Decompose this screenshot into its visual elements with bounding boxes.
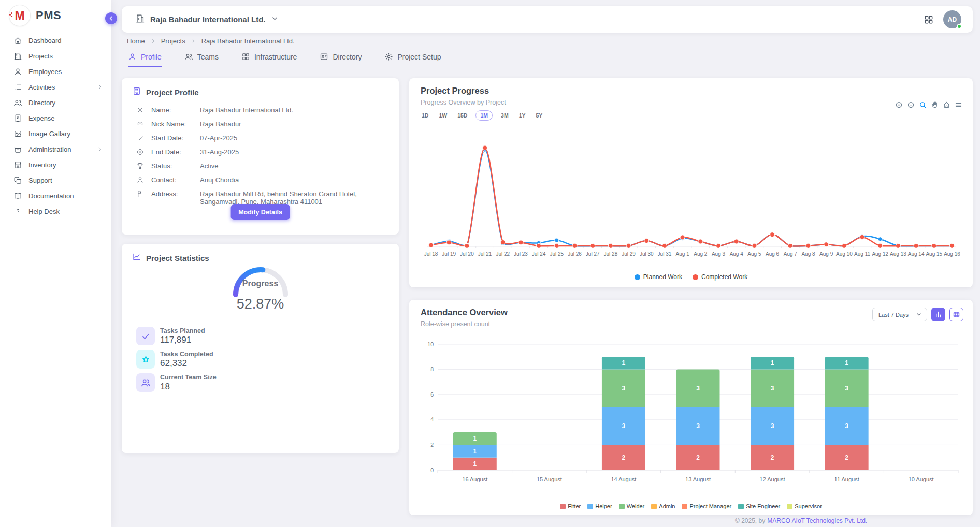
legend-planned-work[interactable]: Planned Work: [635, 273, 682, 281]
zoom-in-icon[interactable]: [895, 101, 903, 109]
field-label: Name:: [151, 106, 193, 114]
project-profile-card: Project Profile Name:Raja Bahadur Intern…: [122, 78, 399, 235]
zoom-out-icon: [907, 101, 915, 109]
svg-text:Jul 24: Jul 24: [532, 251, 546, 257]
bar-chart-icon-button[interactable]: [931, 308, 945, 321]
selection-zoom-icon[interactable]: [919, 101, 927, 109]
sidebar-item-directory[interactable]: Directory: [0, 95, 111, 110]
apps-grid-icon[interactable]: [924, 14, 934, 25]
legend-fitter[interactable]: Fitter: [560, 503, 581, 509]
sidebar-item-inventory[interactable]: Inventory: [0, 157, 111, 172]
field-value: Raja Bahadur International Ltd.: [193, 106, 364, 114]
stat-label: Current Team Size: [160, 374, 217, 381]
company-selector[interactable]: Raja Bahadur International Ltd.: [135, 13, 279, 25]
sidebar-item-dashboard[interactable]: Dashboard: [0, 33, 111, 48]
range-button-1d[interactable]: 1D: [420, 111, 430, 120]
range-button-3m[interactable]: 3M: [499, 111, 511, 120]
legend-admin[interactable]: Admin: [651, 503, 675, 509]
line-chart-legend: Planned WorkCompleted Work: [409, 273, 973, 281]
building-icon: [13, 52, 22, 61]
table-icon-button[interactable]: [949, 308, 963, 321]
sidebar-item-projects[interactable]: Projects: [0, 48, 111, 64]
tab-profile[interactable]: Profile: [128, 52, 162, 67]
svg-text:1: 1: [473, 448, 477, 455]
list-icon: [13, 83, 22, 92]
legend-project-manager[interactable]: Project Manager: [682, 503, 731, 509]
breadcrumb-item-projects[interactable]: Projects: [161, 37, 185, 45]
svg-text:3: 3: [696, 422, 700, 430]
sidebar-item-help-desk[interactable]: Help Desk: [0, 203, 111, 219]
field-label: Contact:: [151, 176, 193, 184]
legend-welder[interactable]: Welder: [619, 503, 645, 509]
range-button-15d[interactable]: 15D: [455, 111, 469, 120]
modify-details-button[interactable]: Modify Details: [230, 204, 290, 220]
tab-project-setup[interactable]: Project Setup: [384, 52, 441, 67]
svg-text:3: 3: [696, 385, 700, 392]
company-name: Raja Bahadur International Ltd.: [150, 15, 266, 24]
sidebar-collapse-button[interactable]: [105, 12, 117, 24]
profile-field-start-date-: Start Date:07-Apr-2025: [122, 131, 399, 145]
svg-text:3: 3: [845, 385, 848, 392]
svg-text:0: 0: [430, 467, 434, 473]
menu-icon[interactable]: [955, 101, 962, 109]
svg-text:8: 8: [430, 366, 434, 372]
attendance-controls: Last 7 Days: [872, 308, 963, 321]
legend-helper[interactable]: Helper: [587, 503, 612, 509]
app-logo[interactable]: M PMS: [0, 0, 111, 26]
field-value: Raja Bahadur Mill Rd, behind Sheraton Gr…: [193, 190, 364, 206]
stat-item-tasks-planned: Tasks Planned117,891: [136, 327, 217, 345]
sidebar-nav: DashboardProjectsEmployeesActivitiesDire…: [0, 33, 111, 219]
sidebar-item-image-gallary[interactable]: Image Gallary: [0, 126, 111, 141]
store-icon: [13, 160, 22, 169]
svg-text:Aug 11: Aug 11: [854, 251, 870, 257]
sidebar-item-label: Employees: [28, 68, 62, 76]
sidebar-item-label: Inventory: [28, 161, 56, 169]
tab-teams[interactable]: Teams: [184, 52, 219, 67]
range-button-5y[interactable]: 5Y: [534, 111, 544, 120]
sidebar-item-support[interactable]: Support: [0, 172, 111, 188]
sidebar-item-expense[interactable]: Expense: [0, 110, 111, 126]
zoom-out-icon[interactable]: [907, 101, 915, 109]
tab-infrastructure[interactable]: Infrastructure: [241, 52, 297, 67]
field-value: 31-Aug-2025: [193, 148, 364, 156]
chevron-right-icon: [97, 84, 103, 90]
attendance-range-select[interactable]: Last 7 Days: [872, 308, 927, 321]
attendance-card-subtitle: Role-wise present count: [421, 320, 490, 328]
main-area: Raja Bahadur International Ltd. AD HomeP…: [111, 0, 980, 527]
series-planned-work: [429, 148, 954, 248]
legend-swatch: [560, 504, 566, 509]
field-value: Anuj Chordia: [193, 176, 364, 184]
svg-text:2: 2: [696, 454, 700, 461]
svg-text:Jul 18: Jul 18: [424, 251, 438, 257]
breadcrumb-item-home[interactable]: Home: [127, 37, 145, 45]
image-icon: [13, 129, 22, 138]
range-button-1m[interactable]: 1M: [475, 110, 493, 121]
sidebar-item-employees[interactable]: Employees: [0, 64, 111, 79]
avatar[interactable]: AD: [943, 10, 961, 28]
pan-icon: [931, 101, 939, 109]
footer-company-link[interactable]: MARCO AIoT Technologies Pvt. Ltd.: [767, 517, 867, 524]
svg-text:3: 3: [845, 422, 848, 430]
pan-icon[interactable]: [931, 101, 939, 109]
users-icon: [136, 373, 155, 392]
chevron-down-icon: [916, 311, 922, 318]
users-icon: [141, 378, 151, 388]
svg-text:Jul 29: Jul 29: [622, 251, 636, 257]
sidebar-item-activities[interactable]: Activities: [0, 79, 111, 95]
attendance-card: Attendance Overview Role-wise present co…: [409, 300, 973, 515]
home-icon[interactable]: [943, 101, 950, 109]
range-button-1w[interactable]: 1W: [437, 111, 449, 120]
legend-supervisor[interactable]: Supervisor: [787, 503, 822, 509]
sidebar-item-documentation[interactable]: Documentation: [0, 188, 111, 203]
legend-site-engineer[interactable]: Site Engineer: [738, 503, 780, 509]
legend-completed-work[interactable]: Completed Work: [693, 273, 747, 281]
sidebar-item-administration[interactable]: Administration: [0, 141, 111, 157]
range-button-1y[interactable]: 1Y: [517, 111, 528, 120]
attendance-card-title: Attendance Overview: [421, 308, 508, 317]
check-icon: [136, 327, 155, 345]
legend-dot: [635, 274, 640, 280]
sidebar-item-label: Help Desk: [28, 208, 60, 215]
profile-field-end-date-: End Date:31-Aug-2025: [122, 145, 399, 159]
check-icon: [141, 331, 151, 341]
tab-directory[interactable]: Directory: [320, 52, 362, 67]
